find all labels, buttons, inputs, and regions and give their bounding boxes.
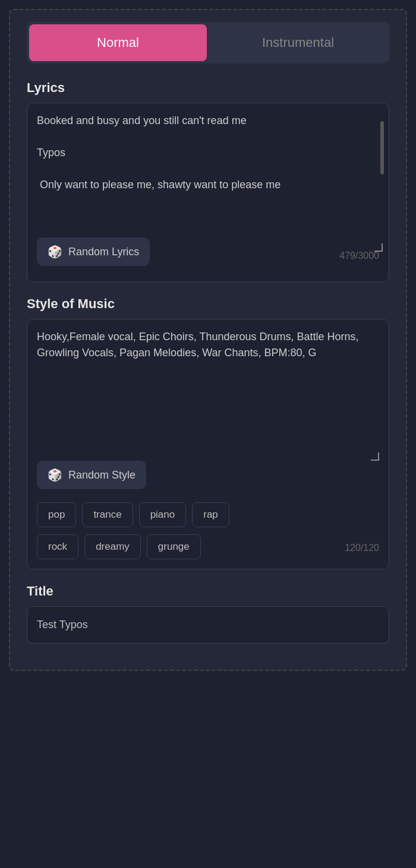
style-input-box: 🎲 Random Style pop trance piano rap rock… — [27, 319, 389, 569]
lyrics-bottom-row: 🎲 Random Lyrics 479/3000 — [37, 237, 379, 272]
lyrics-label: Lyrics — [27, 80, 389, 96]
style-textarea[interactable] — [37, 329, 379, 448]
lyrics-resize-handle[interactable] — [374, 243, 383, 252]
style-section: Style of Music 🎲 Random Style pop trance… — [27, 296, 389, 569]
tag-rap[interactable]: rap — [192, 502, 229, 527]
tag-pop[interactable]: pop — [37, 502, 76, 527]
random-lyrics-button[interactable]: 🎲 Random Lyrics — [37, 237, 150, 266]
main-container: Normal Instrumental Lyrics 🎲 Random Lyri… — [9, 9, 407, 671]
title-label: Title — [27, 584, 389, 599]
style-char-count: 120/120 — [345, 543, 379, 553]
lyrics-textarea[interactable] — [37, 113, 379, 232]
lyrics-section: Lyrics 🎲 Random Lyrics 479/3000 — [27, 80, 389, 282]
random-style-button[interactable]: 🎲 Random Style — [37, 461, 146, 489]
random-style-label: Random Style — [68, 469, 135, 481]
tag-trance[interactable]: trance — [82, 502, 133, 527]
style-resize-handle-row — [37, 452, 379, 461]
dice-icon: 🎲 — [48, 245, 62, 259]
lyrics-input-box: 🎲 Random Lyrics 479/3000 — [27, 103, 389, 282]
lyrics-scrollbar[interactable] — [380, 121, 384, 175]
title-section: Title — [27, 584, 389, 644]
style-tags-container: pop trance piano rap — [37, 502, 379, 527]
tag-piano[interactable]: piano — [139, 502, 187, 527]
tag-dreamy[interactable]: dreamy — [84, 534, 141, 559]
tag-rock[interactable]: rock — [37, 534, 78, 559]
instrumental-tab[interactable]: Instrumental — [209, 24, 387, 61]
style-resize-handle[interactable] — [371, 452, 379, 461]
tag-grunge[interactable]: grunge — [147, 534, 201, 559]
random-lyrics-label: Random Lyrics — [68, 246, 139, 258]
style-label: Style of Music — [27, 296, 389, 312]
title-input[interactable] — [27, 606, 389, 644]
mode-toggle: Normal Instrumental — [27, 22, 389, 64]
dice-icon-style: 🎲 — [48, 468, 62, 482]
style-tags-row2: rock dreamy grunge 120/120 — [37, 534, 379, 559]
lyrics-char-count: 479/3000 — [339, 251, 379, 261]
normal-tab[interactable]: Normal — [29, 24, 207, 61]
